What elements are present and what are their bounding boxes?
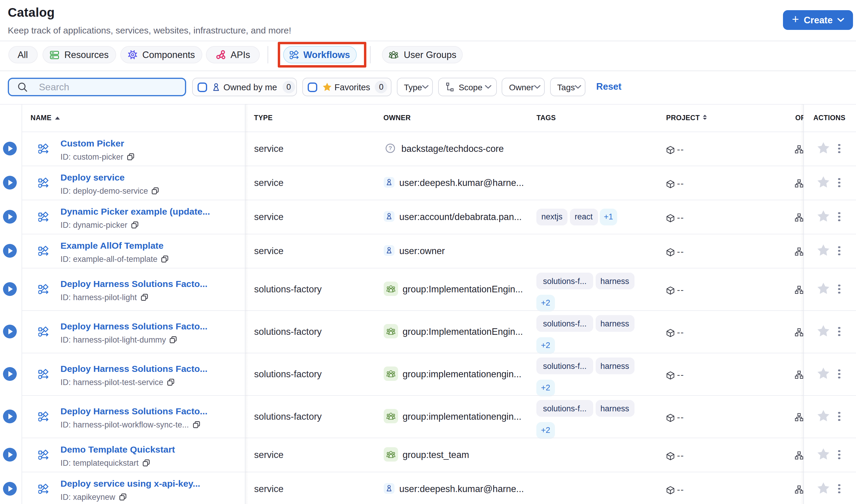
- svg-text:?: ?: [388, 145, 392, 151]
